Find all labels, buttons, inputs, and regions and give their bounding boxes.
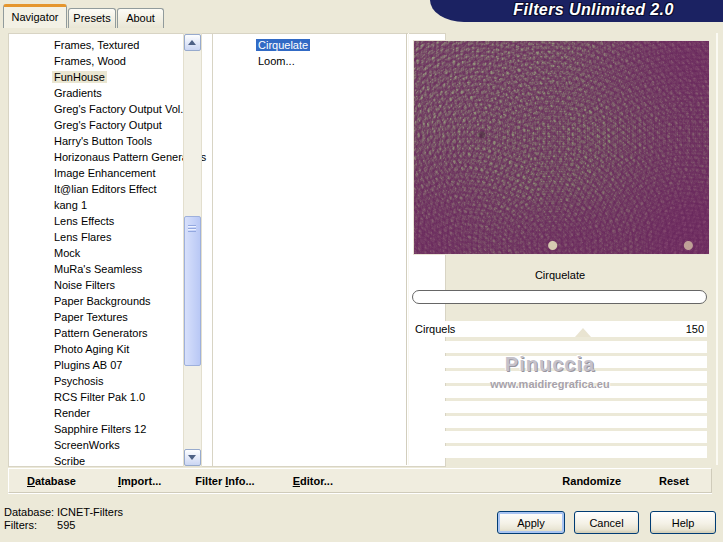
empty-parameter-row xyxy=(412,431,707,443)
empty-parameter-row xyxy=(412,341,707,353)
toolbar: Database Import... Filter Info... Editor… xyxy=(8,468,712,493)
reset-button[interactable]: Reset xyxy=(659,475,689,487)
slider-thumb[interactable] xyxy=(575,328,591,337)
category-scrollbar[interactable] xyxy=(183,33,202,467)
title-banner: Filters Unlimited 2.0 xyxy=(430,0,723,22)
tab-about[interactable]: About xyxy=(117,8,164,28)
empty-parameter-row xyxy=(412,416,707,428)
status-filters-value: 595 xyxy=(57,519,75,531)
randomize-button[interactable]: Randomize xyxy=(562,475,621,487)
parameter-value: 150 xyxy=(686,321,704,337)
empty-parameter-row xyxy=(412,386,707,398)
scroll-down-button[interactable] xyxy=(184,449,201,466)
filter-preview-image xyxy=(413,40,710,255)
status-row-filters: Filters: 595 xyxy=(4,519,123,532)
scrollbar-thumb[interactable] xyxy=(184,216,201,366)
progress-bar xyxy=(412,290,707,304)
help-button[interactable]: Help xyxy=(650,511,716,534)
status-database-label: Database: xyxy=(4,506,54,519)
filter-info-button[interactable]: Filter Info... xyxy=(195,475,254,487)
status-database-value: ICNET-Filters xyxy=(57,506,123,518)
tab-navigator[interactable]: Navigator xyxy=(3,4,67,28)
preview-filter-title: Cirquelate xyxy=(410,267,710,283)
empty-parameter-row xyxy=(412,446,707,458)
database-button[interactable]: Database xyxy=(27,475,76,487)
panel-divider xyxy=(406,33,409,465)
window-title: Filters Unlimited 2.0 xyxy=(430,0,723,20)
empty-parameter-row xyxy=(412,356,707,368)
status-filters-label: Filters: xyxy=(4,519,54,532)
apply-button[interactable]: Apply xyxy=(497,511,565,534)
empty-parameter-row xyxy=(412,401,707,413)
empty-parameter-row xyxy=(412,371,707,383)
chevron-down-icon xyxy=(188,455,196,460)
status-row-database: Database: ICNET-Filters xyxy=(4,506,123,519)
import-button[interactable]: Import... xyxy=(118,475,161,487)
cancel-button[interactable]: Cancel xyxy=(574,511,639,534)
scroll-up-button[interactable] xyxy=(184,34,201,51)
parameter-label: Cirquels xyxy=(415,321,455,337)
parameter-slider-row[interactable]: Cirquels 150 xyxy=(412,321,707,337)
tab-presets[interactable]: Presets xyxy=(68,8,116,28)
editor-button[interactable]: Editor... xyxy=(293,475,333,487)
empty-parameter-rows xyxy=(412,341,707,461)
status-bar: Database: ICNET-Filters Filters: 595 xyxy=(4,506,123,532)
preview-panel: Cirquelate Cirquels 150 Pinuccia www.mai… xyxy=(410,33,718,465)
chevron-up-icon xyxy=(188,40,196,45)
